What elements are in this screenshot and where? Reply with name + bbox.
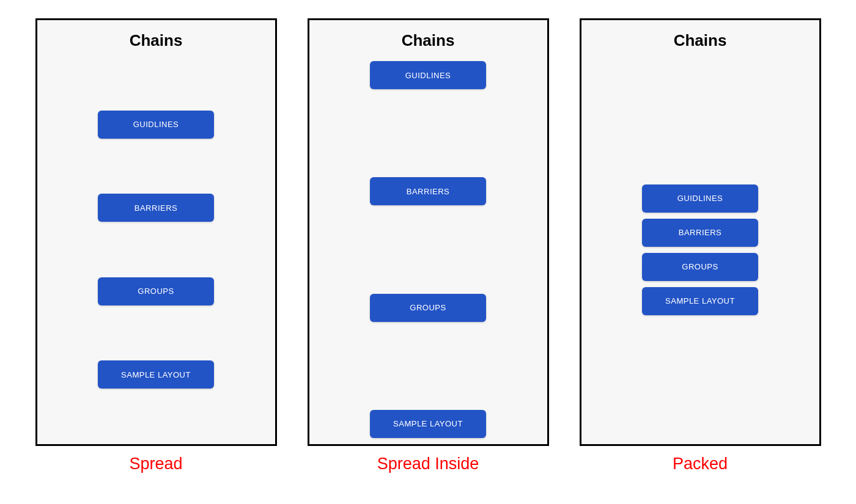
panel-spread: Chains GUIDLINES BARRIERS GROUPS SAMPLE …: [35, 18, 277, 446]
panel-wrapper-spread-inside: Chains GUIDLINES BARRIERS GROUPS SAMPLE …: [308, 18, 549, 473]
caption-spread: Spread: [129, 455, 182, 473]
groups-button[interactable]: GROUPS: [370, 294, 486, 322]
groups-button[interactable]: GROUPS: [98, 277, 214, 305]
panel-packed: Chains GUIDLINES BARRIERS GROUPS SAMPLE …: [580, 18, 821, 446]
sample-layout-button[interactable]: SAMPLE LAYOUT: [642, 287, 758, 315]
button-area-packed: GUIDLINES BARRIERS GROUPS SAMPLE LAYOUT: [581, 55, 819, 444]
barriers-button[interactable]: BARRIERS: [642, 219, 758, 247]
barriers-button[interactable]: BARRIERS: [98, 194, 214, 222]
button-area-spread: GUIDLINES BARRIERS GROUPS SAMPLE LAYOUT: [37, 55, 275, 444]
panel-title: Chains: [402, 31, 455, 50]
caption-packed: Packed: [673, 455, 728, 473]
guidlines-button[interactable]: GUIDLINES: [98, 111, 214, 139]
panels-container: Chains GUIDLINES BARRIERS GROUPS SAMPLE …: [34, 18, 822, 473]
panel-title: Chains: [130, 31, 183, 50]
guidlines-button[interactable]: GUIDLINES: [642, 184, 758, 213]
button-area-spread-inside: GUIDLINES BARRIERS GROUPS SAMPLE LAYOUT: [309, 55, 547, 444]
sample-layout-button[interactable]: SAMPLE LAYOUT: [98, 360, 214, 389]
panel-wrapper-spread: Chains GUIDLINES BARRIERS GROUPS SAMPLE …: [35, 18, 277, 473]
caption-spread-inside: Spread Inside: [377, 455, 479, 473]
sample-layout-button[interactable]: SAMPLE LAYOUT: [370, 410, 486, 438]
guidlines-button[interactable]: GUIDLINES: [370, 61, 486, 89]
barriers-button[interactable]: BARRIERS: [370, 177, 486, 205]
groups-button[interactable]: GROUPS: [642, 253, 758, 281]
panel-title: Chains: [674, 31, 727, 50]
panel-wrapper-packed: Chains GUIDLINES BARRIERS GROUPS SAMPLE …: [580, 18, 821, 473]
panel-spread-inside: Chains GUIDLINES BARRIERS GROUPS SAMPLE …: [308, 18, 549, 446]
